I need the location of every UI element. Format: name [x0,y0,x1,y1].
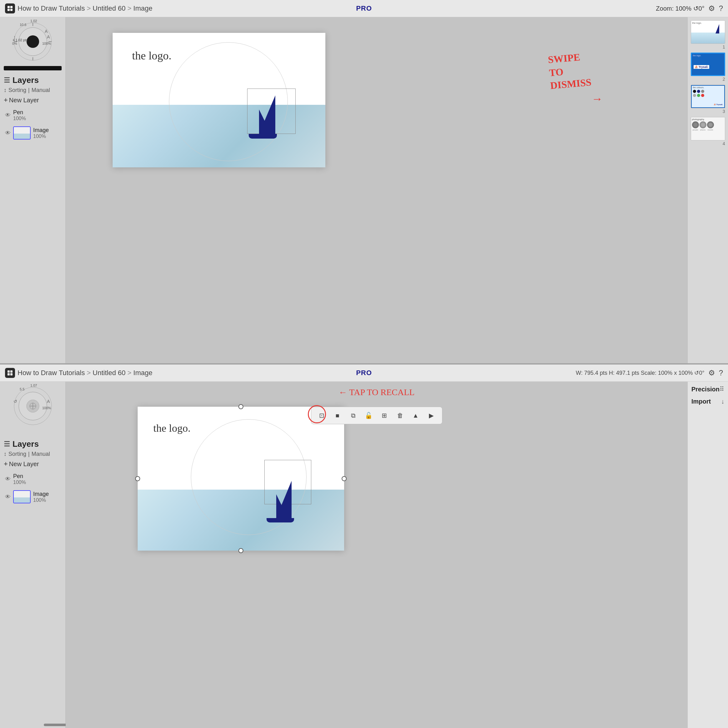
bottom-image-layer-name: Image [33,491,49,497]
top-header: How to Draw Tutorials > Untitled 60 > Im… [0,0,728,17]
image-layer-thumb [13,126,31,139]
toolbar-btn-delete[interactable]: 🗑 [393,410,407,421]
toolbar-btn-square[interactable]: ■ [331,410,344,421]
image-layer-name: Image [33,127,49,134]
bottom-canvas-area[interactable]: ← TAP TO RECALL ⊡ ■ ⧉ 🔓 ⊞ 🗑 ▲ ▶ [66,382,687,728]
slide1-ocean [691,32,725,43]
handle-top[interactable] [239,404,243,409]
bottom-breadcrumb-doc[interactable]: Untitled 60 [93,369,125,377]
bottom-new-layer-label: New Layer [9,460,39,468]
layer-item-image[interactable]: 👁 Image 100% [4,125,62,141]
canvas-sail-right [259,110,272,136]
bottom-scrollbar[interactable] [44,723,69,726]
canvas-content: the logo. [113,33,325,167]
precision-section[interactable]: Precision ⠿ [691,385,724,393]
bottom-pen-layer-name: Pen [13,473,26,480]
slide1-logo-text: the logo. [691,21,725,25]
bottom-breadcrumb-page[interactable]: Image [133,369,152,377]
bottom-eye-icon-pen[interactable]: 👁 [5,476,11,482]
bottom-pen-layer-opacity: 100% [13,480,26,485]
toolbar-btn-forward[interactable]: ▶ [425,410,438,421]
header-right: Zoom: 100% ↺0° ⚙ ? [656,4,723,13]
slide3-dots2 [692,93,724,97]
help-icon[interactable]: ? [719,4,723,13]
layer-info-image: Image 100% [33,127,49,139]
svg-text:A: A [45,29,48,34]
top-half: How to Draw Tutorials > Untitled 60 > Im… [0,0,728,364]
handle-bottom[interactable] [239,548,243,553]
top-main-area: 1.02 10.6 0% 100% ↕ A A ≡1.02 pts [0,17,728,363]
new-layer-label: New Layer [9,97,39,104]
svg-text:1.07: 1.07 [31,384,37,387]
bottom-header: How to Draw Tutorials > Untitled 60 > Im… [0,364,728,382]
bottom-image-layer-thumb [13,490,31,503]
slide4-labels: people places moods [692,129,724,131]
top-sidebar: 1.02 10.6 0% 100% ↕ A A ≡1.02 pts [0,17,66,363]
slide4-photos [692,121,724,128]
layers-title: ☰ Layers [4,75,62,85]
bottom-canvas-logo-text: the logo. [153,422,191,434]
bottom-eye-icon-image[interactable]: 👁 [5,494,11,500]
bottom-right-panel: Precision ⠿ Import ↓ [687,382,728,728]
breadcrumb-doc[interactable]: Untitled 60 [93,5,125,12]
bottom-canvas-sail-right [276,494,289,520]
breadcrumb-home[interactable]: How to Draw Tutorials [17,5,85,12]
sorting-row[interactable]: ↕ Sorting | Manual [4,87,62,93]
handle-left[interactable] [135,476,140,481]
context-toolbar: ⊡ ■ ⧉ 🔓 ⊞ 🗑 ▲ ▶ [311,407,442,424]
app-icon-grid [8,6,12,11]
breadcrumb-page[interactable]: Image [133,5,152,12]
eye-icon-pen[interactable]: 👁 [5,112,11,119]
bottom-tool-wheel[interactable]: 1.07 5.5 100% ↺ A [11,384,55,428]
pen-layer-name: Pen [13,109,26,116]
bottom-pro-badge: PRO [356,369,372,377]
bottom-layer-item-pen[interactable]: 👁 Pen 100% [4,472,62,486]
slide-thumb-img-4: photography. people places moods [691,117,725,141]
import-section[interactable]: Import ↓ [691,398,724,405]
bottom-new-layer-button[interactable]: + New Layer [4,460,62,468]
bottom-layer-item-image[interactable]: 👁 Image 100% [4,489,62,505]
bottom-sorting-mode: Manual [32,451,50,457]
pen-layer-opacity: 100% [13,116,26,121]
app-icon[interactable] [5,3,15,14]
annotation-arrow: → [592,92,603,106]
bottom-half: How to Draw Tutorials > Untitled 60 > Im… [0,364,728,728]
slide-thumb-2[interactable]: the logo. ⛵ Trysail. 2 [691,52,725,82]
slide3-title: the colours. [692,86,724,89]
bottom-help-icon[interactable]: ? [719,369,723,377]
handle-right[interactable] [342,476,347,481]
slide-num-4: 4 [691,141,725,146]
svg-text:↺: ↺ [14,399,17,404]
precision-icon: ⠿ [720,385,724,393]
settings-icon[interactable]: ⚙ [708,4,715,13]
sort-icon: ↕ [4,87,6,93]
tool-wheel[interactable]: 1.02 10.6 0% 100% ↕ A A ≡1.02 pts [11,20,55,64]
top-right-panel: the logo. 1 the logo. ⛵ Trysail. 2 [687,17,728,363]
slide-thumb-4[interactable]: photography. people places moods [691,117,725,146]
layer-item-pen[interactable]: 👁 Pen 100% [4,108,62,122]
bottom-settings-icon[interactable]: ⚙ [708,369,715,377]
slide3-dots [692,89,724,93]
new-layer-button[interactable]: + New Layer [4,96,62,104]
slide2-bg: the logo. ⛵ Trysail. [692,54,724,75]
layer-info-pen: Pen 100% [13,109,26,121]
toolbar-btn-group[interactable]: ⊞ [378,410,392,421]
toolbar-btn-frame[interactable]: ⊡ [315,410,329,421]
bottom-sorting-row[interactable]: ↕ Sorting | Manual [4,451,62,457]
bottom-breadcrumb-home[interactable]: How to Draw Tutorials [17,369,85,377]
toolbar-btn-lock[interactable]: 🔓 [362,410,376,421]
bottom-main-area: 1.07 5.5 100% ↺ A ☰ Layers ↕ [0,382,728,728]
slide-thumb-3[interactable]: the colours. ⛵ Trysail. [691,85,725,114]
top-canvas-area[interactable]: the logo. SWIPETODISMISS → [66,17,687,363]
pts-label: ≡1.02 pts [13,38,28,42]
stroke-bar [4,66,62,70]
bottom-app-icon[interactable] [5,368,15,378]
toolbar-btn-copy[interactable]: ⧉ [346,410,360,421]
eye-icon-image[interactable]: 👁 [5,130,11,136]
tool-wheel-area: 1.02 10.6 0% 100% ↕ A A ≡1.02 pts [0,17,66,66]
top-layers-section: ☰ Layers ↕ Sorting | Manual + New Layer … [0,73,66,146]
slide-thumb-1[interactable]: the logo. 1 [691,20,725,49]
slide4-bg: photography. people places moods [691,117,725,140]
toolbar-btn-arrange[interactable]: ▲ [409,410,423,421]
svg-text:10.6: 10.6 [20,23,26,27]
